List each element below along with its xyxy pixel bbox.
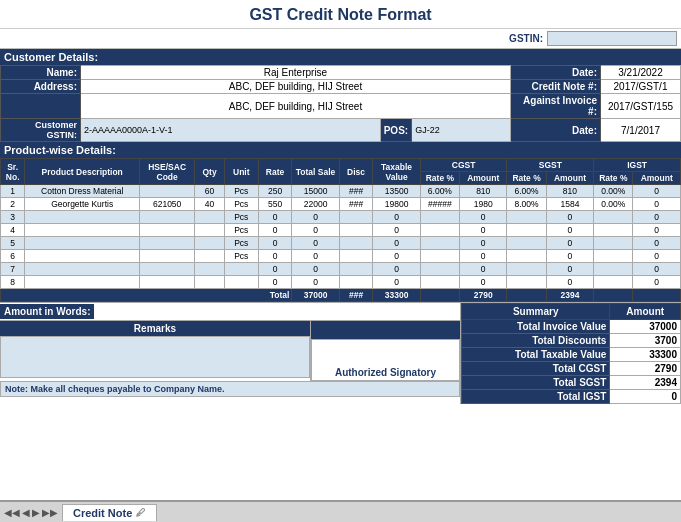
col-igst-amt: Amount [633,172,681,185]
col-disc: Disc [339,159,373,185]
credit-note-tab[interactable]: Credit Note 🖋 [62,504,157,521]
date-label: Date: [511,66,601,80]
against-invoice-value: 2017/GST/155 [601,94,681,119]
summary-row: Total IGST0 [462,390,681,404]
amount-in-words-value [94,310,460,314]
gstin-label: GSTIN: [509,33,543,44]
remarks-label: Remarks [0,321,310,336]
table-row: 3Pcs000000 [1,211,681,224]
summary-row: Total CGST2790 [462,362,681,376]
customer-gstin-value: 2-AAAAA0000A-1-V-1 [81,119,381,142]
auth-signatory-label: Authorized Signatory [335,367,436,378]
col-taxable: Taxable Value [373,159,420,185]
tab-label: Credit Note [73,507,132,519]
product-section-header: Product-wise Details: [0,142,681,158]
table-row: 6Pcs000000 [1,250,681,263]
col-product: Product Description [25,159,140,185]
amount-in-words-label: Amount in Words: [0,304,94,319]
remarks-box[interactable] [0,336,310,378]
tab-icon: 🖋 [136,507,146,518]
nav-prev-icon[interactable]: ◀ [22,507,30,518]
summary-amount-header: Amount [610,304,681,320]
date-value: 3/21/2022 [601,66,681,80]
col-unit: Unit [224,159,258,185]
table-row: 4Pcs000000 [1,224,681,237]
nav-next-icon[interactable]: ▶ [32,507,40,518]
summary-row: Total Invoice Value37000 [462,320,681,334]
table-row: 7000000 [1,263,681,276]
summary-table: Summary Amount Total Invoice Value37000T… [461,303,681,404]
col-sr: Sr.No. [1,159,25,185]
col-sgst-rate: Rate % [507,172,546,185]
gstin-input[interactable] [547,31,677,46]
customer-gstin-label: Customer GSTIN: [1,119,81,142]
address-label: Address: [1,80,81,94]
date2-value: 7/1/2017 [601,119,681,142]
col-igst-rate: Rate % [594,172,633,185]
address1-value: ABC, DEF building, HIJ Street [81,80,511,94]
col-total: Total Sale [292,159,339,185]
product-table: Sr.No. Product Description HSE/SAC Code … [0,158,681,302]
col-hse: HSE/SAC Code [140,159,195,185]
pos-value: GJ-22 [412,119,511,142]
note-row: Note: Make all cheques payable to Compan… [0,381,460,397]
pos-label: POS: [380,119,411,142]
col-sgst: SGST [507,159,594,172]
summary-row: Total Taxable Value33300 [462,348,681,362]
nav-left-icon[interactable]: ◀◀ [4,507,20,518]
table-row: 5Pcs000000 [1,237,681,250]
col-cgst: CGST [420,159,507,172]
col-cgst-rate: Rate % [420,172,459,185]
total-row: Total 37000 ### 33300 2790 2394 [1,289,681,302]
table-row: 2Georgette Kurtis62105040Pcs55022000###1… [1,198,681,211]
table-row: 1Cotton Dress Material60Pcs25015000###13… [1,185,681,198]
summary-header: Summary [462,304,610,320]
table-row: 8000000 [1,276,681,289]
auth-signatory-area: Authorized Signatory [311,339,460,381]
date2-label: Date: [511,119,601,142]
col-rate: Rate [258,159,292,185]
name-value: Raj Enterprise [81,66,511,80]
name-label: Name: [1,66,81,80]
col-qty: Qty [195,159,225,185]
page-title: GST Credit Note Format [249,6,431,23]
nav-right-icon[interactable]: ▶▶ [42,507,58,518]
summary-row: Total Discounts3700 [462,334,681,348]
credit-note-label: Credit Note #: [511,80,601,94]
address2-value: ABC, DEF building, HIJ Street [81,94,511,119]
col-cgst-amt: Amount [460,172,507,185]
summary-row: Total SGST2394 [462,376,681,390]
against-invoice-label: Against Invoice #: [511,94,601,119]
customer-section-header: Customer Details: [0,49,681,65]
col-igst: IGST [594,159,681,172]
col-sgst-amt: Amount [546,172,593,185]
credit-note-value: 2017/GST/1 [601,80,681,94]
